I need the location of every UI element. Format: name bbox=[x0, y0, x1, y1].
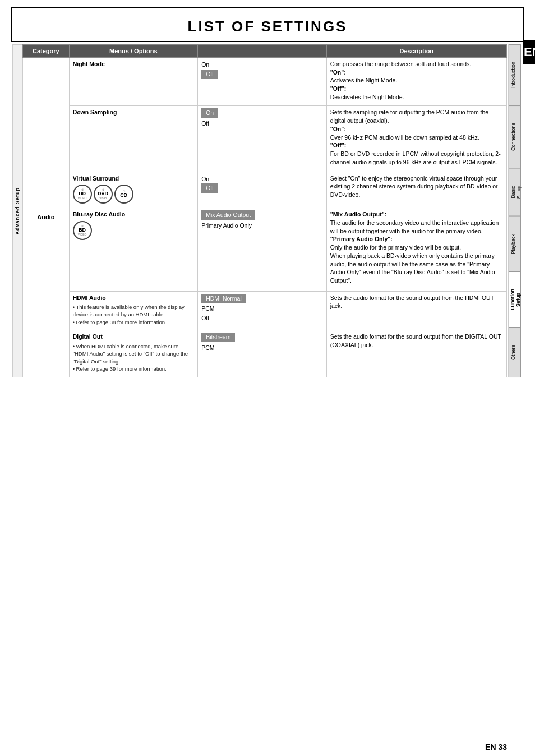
lang-badge: EN bbox=[523, 40, 535, 64]
header-options bbox=[198, 45, 327, 58]
dvd-disc-icon: ①DVDVideo bbox=[94, 185, 113, 204]
description-cell: Sets the audio format for the sound outp… bbox=[326, 330, 506, 377]
option-normal[interactable]: On bbox=[201, 60, 323, 70]
menu-cell: Blu-ray Disc Audio①BDVIDEO bbox=[69, 208, 198, 291]
description-cell: Select "On" to enjoy the stereophonic vi… bbox=[326, 172, 506, 208]
page-wrapper: LIST OF SETTINGS EN Advanced Setup Categ… bbox=[0, 7, 535, 756]
option-highlighted[interactable]: Mix Audio Output bbox=[201, 210, 255, 220]
page-title-container: LIST OF SETTINGS bbox=[11, 7, 524, 42]
table-row: AudioNight ModeOnOffCompresses the range… bbox=[23, 58, 507, 106]
option-highlighted[interactable]: On bbox=[201, 108, 218, 118]
tab-connections[interactable]: Connections bbox=[509, 105, 521, 168]
option-normal[interactable]: Off bbox=[201, 119, 323, 128]
menu-cell: Digital Out• When HDMI cable is connecte… bbox=[69, 330, 198, 377]
header-menus: Menus / Options bbox=[69, 45, 198, 58]
option-normal[interactable]: On bbox=[201, 174, 323, 184]
tab-basic-setup[interactable]: Basic Setup bbox=[509, 168, 521, 216]
page-title: LIST OF SETTINGS bbox=[46, 18, 489, 35]
menu-cell: Virtual Surround①BDVIDEO①DVDVideo①CD bbox=[69, 172, 198, 208]
bd-disc-icon: ①BDVIDEO bbox=[73, 221, 92, 240]
options-cell: OnOff bbox=[198, 106, 327, 172]
option-highlighted[interactable]: Off bbox=[201, 70, 218, 79]
tab-function-setup[interactable]: Function Setup bbox=[509, 271, 521, 328]
description-cell: Sets the audio format for the sound outp… bbox=[326, 291, 506, 330]
options-cell: HDMI NormalPCMOff bbox=[198, 291, 327, 330]
bd-disc-icon: ①BDVIDEO bbox=[73, 185, 92, 204]
header-description: Description bbox=[326, 45, 506, 58]
options-cell: OnOff bbox=[198, 58, 327, 106]
option-normal[interactable]: Primary Audio Only bbox=[201, 221, 323, 231]
page-number: EN 33 bbox=[485, 743, 507, 752]
description-cell: Compresses the range between soft and lo… bbox=[326, 58, 506, 106]
table-row: Down SamplingOnOffSets the sampling rate… bbox=[23, 106, 507, 172]
option-normal[interactable]: PCM bbox=[201, 304, 323, 314]
table-row: Virtual Surround①BDVIDEO①DVDVideo①CDOnOf… bbox=[23, 172, 507, 208]
tab-playback[interactable]: Playback bbox=[509, 216, 521, 272]
option-highlighted[interactable]: HDMI Normal bbox=[201, 294, 246, 303]
description-cell: Sets the sampling rate for outputting th… bbox=[326, 106, 506, 172]
tab-introduction[interactable]: Introduction bbox=[509, 44, 521, 105]
table-row: HDMI Audio• This feature is available on… bbox=[23, 291, 507, 330]
option-normal[interactable]: Off bbox=[201, 314, 323, 323]
options-cell: BitstreamPCM bbox=[198, 330, 327, 377]
advanced-setup-label: Advanced Setup bbox=[12, 44, 22, 377]
option-normal[interactable]: PCM bbox=[201, 343, 323, 353]
right-tabs: EN bbox=[523, 40, 535, 64]
options-cell: OnOff bbox=[198, 172, 327, 208]
table-row: Digital Out• When HDMI cable is connecte… bbox=[23, 330, 507, 377]
table-row: Blu-ray Disc Audio①BDVIDEOMix Audio Outp… bbox=[23, 208, 507, 291]
settings-table: Category Menus / Options Description Aud… bbox=[22, 44, 507, 377]
menu-cell: HDMI Audio• This feature is available on… bbox=[69, 291, 198, 330]
options-cell: Mix Audio OutputPrimary Audio Only bbox=[198, 208, 327, 291]
description-cell: "Mix Audio Output":The audio for the sec… bbox=[326, 208, 506, 291]
side-tabs: Introduction Connections Basic Setup Pla… bbox=[508, 44, 520, 377]
menu-cell: Night Mode bbox=[69, 58, 198, 106]
cd-disc-icon: ①CD bbox=[114, 185, 133, 204]
option-highlighted[interactable]: Bitstream bbox=[201, 333, 235, 342]
tab-others[interactable]: Others bbox=[509, 328, 521, 377]
main-area: Advanced Setup Category Menus / Options … bbox=[12, 44, 520, 377]
header-category: Category bbox=[23, 45, 70, 58]
option-highlighted[interactable]: Off bbox=[201, 183, 218, 193]
menu-cell: Down Sampling bbox=[69, 106, 198, 172]
category-cell: Audio bbox=[23, 58, 70, 377]
